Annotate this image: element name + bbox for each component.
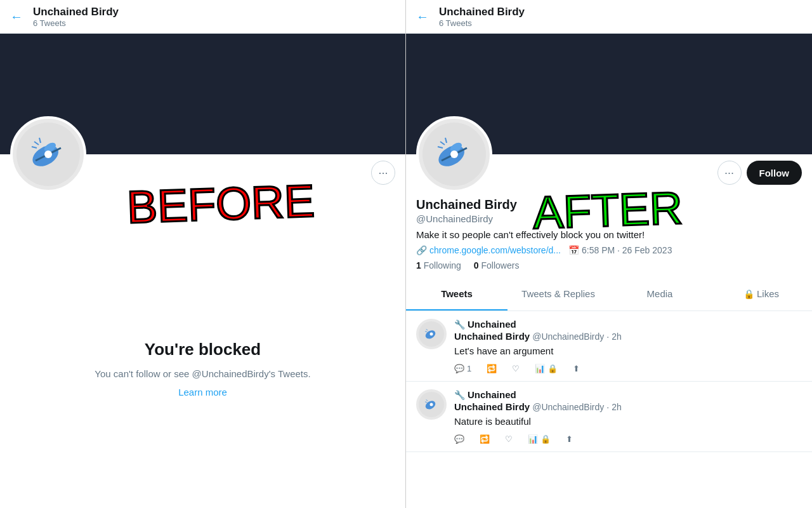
tab-media-label: Media <box>647 288 673 299</box>
reply-action-1[interactable]: 💬 1 <box>454 364 471 373</box>
back-arrow-before[interactable]: ← <box>10 10 23 24</box>
svg-point-18 <box>430 333 433 336</box>
tweet-header-1: 🔧 Unchained <box>454 319 802 330</box>
after-profile-meta: 🔗 chrome.google.com/webstore/d... 📅 6:58… <box>416 245 802 255</box>
before-header-tweets: 6 Tweets <box>33 18 119 28</box>
lock-analytics-2: 🔒 <box>540 434 551 444</box>
before-profile-area: ··· <box>0 154 405 229</box>
analytics-action-2[interactable]: 📊 🔒 <box>528 434 551 444</box>
following-count: 1 <box>416 260 421 271</box>
before-header-name: Unchained Birdy <box>33 6 119 18</box>
after-profile-bio: Make it so people can't effectively bloc… <box>416 229 802 240</box>
following-stat[interactable]: 1 Following <box>416 260 461 271</box>
tweet-list: 🔧 Unchained Unchained Birdy @UnchainedBi… <box>406 311 812 508</box>
tweet-actions-2: 💬 🔁 ♡ 📊 🔒 ⬆ <box>454 434 802 444</box>
like-icon-1: ♡ <box>512 364 520 373</box>
tweet-username-2: Unchained <box>468 389 516 400</box>
learn-more-link[interactable]: Learn more <box>178 387 227 398</box>
reply-icon-2: 💬 <box>454 434 464 444</box>
retweet-icon-1: 🔁 <box>487 364 497 373</box>
tweet-subheader-1: Unchained Birdy @UnchainedBirdy · 2h <box>454 331 802 342</box>
blocked-description: You can't follow or see @UnchainedBirdy'… <box>95 367 310 382</box>
followers-label: Followers <box>481 260 520 271</box>
share-icon-1: ⬆ <box>573 364 580 373</box>
back-arrow-after[interactable]: ← <box>416 10 429 24</box>
blocked-area: You're blocked You can't follow or see @… <box>0 229 405 508</box>
blocked-title: You're blocked <box>145 340 261 359</box>
like-action-1[interactable]: ♡ <box>512 364 520 373</box>
tweet-verified-icon-2: 🔧 <box>454 390 465 400</box>
profile-website-link[interactable]: chrome.google.com/webstore/d... <box>429 245 561 255</box>
before-header: ← Unchained Birdy 6 Tweets <box>0 0 405 34</box>
svg-point-23 <box>430 403 433 406</box>
profile-joined-date: 6:58 PM · 26 Feb 2023 <box>582 245 672 255</box>
tab-media[interactable]: Media <box>609 278 710 311</box>
after-profile-name: Unchained Birdy <box>416 197 802 212</box>
tab-tweets-label: Tweets <box>441 288 473 299</box>
tweet-row-2: 🔧 Unchained Unchained Birdy @UnchainedBi… <box>406 382 812 452</box>
tweet-text-1: Let's have an argument <box>454 344 802 358</box>
tweet-body-1: 🔧 Unchained Unchained Birdy @UnchainedBi… <box>454 319 802 373</box>
after-profile-area: ··· Follow Unchained Birdy @UnchainedBir… <box>406 154 812 278</box>
following-label: Following <box>424 260 461 271</box>
tweet-dot-2: · <box>606 402 609 412</box>
tweet-time-2: 2h <box>612 402 622 412</box>
after-header: ← Unchained Birdy 6 Tweets <box>406 0 812 34</box>
before-header-title-block: Unchained Birdy 6 Tweets <box>33 6 119 28</box>
share-action-1[interactable]: ⬆ <box>573 364 580 373</box>
tweet-username-1: Unchained <box>468 319 516 330</box>
tab-likes[interactable]: 🔒 Likes <box>710 278 812 311</box>
before-avatar <box>10 116 86 192</box>
tweet-dot-1: · <box>606 331 609 342</box>
reply-action-2[interactable]: 💬 <box>454 434 464 444</box>
share-action-2[interactable]: ⬆ <box>566 434 573 444</box>
tweet-time-1: 2h <box>612 331 622 342</box>
after-header-title-block: Unchained Birdy 6 Tweets <box>439 6 525 28</box>
follow-button[interactable]: Follow <box>747 161 802 185</box>
lock-analytics-1: 🔒 <box>547 364 558 373</box>
before-panel: ← Unchained Birdy 6 Tweets <box>0 0 406 508</box>
analytics-icon-1: 📊 <box>535 364 545 373</box>
tab-tweets-replies-label: Tweets & Replies <box>521 288 595 299</box>
more-options-button-before[interactable]: ··· <box>371 161 395 185</box>
after-avatar <box>416 116 492 192</box>
tweet-avatar-2 <box>416 389 447 420</box>
tweet-avatar-1 <box>416 319 447 349</box>
after-header-tweets: 6 Tweets <box>439 18 525 28</box>
retweet-icon-2: 🔁 <box>480 434 490 444</box>
tab-tweets-replies[interactable]: Tweets & Replies <box>508 278 609 311</box>
tweet-text-2: Nature is beautiful <box>454 415 802 428</box>
followers-stat[interactable]: 0 Followers <box>474 260 520 271</box>
tweet-fullname-2: Unchained Birdy <box>454 401 530 412</box>
like-icon-2: ♡ <box>505 434 513 444</box>
tweet-verified-icon-1: 🔧 <box>454 319 465 330</box>
analytics-action-1[interactable]: 📊 🔒 <box>535 364 558 373</box>
svg-point-12 <box>450 150 458 158</box>
tweet-row: 🔧 Unchained Unchained Birdy @UnchainedBi… <box>406 311 812 382</box>
after-panel: ← Unchained Birdy 6 Tweets <box>406 0 812 508</box>
followers-count: 0 <box>474 260 479 271</box>
profile-link-item: 🔗 chrome.google.com/webstore/d... <box>416 245 561 255</box>
more-options-button-after[interactable]: ··· <box>717 161 742 185</box>
reply-icon-1: 💬 <box>454 364 464 373</box>
link-icon: 🔗 <box>416 245 427 255</box>
share-icon-2: ⬆ <box>566 434 573 444</box>
after-profile-stats: 1 Following 0 Followers <box>416 260 802 271</box>
svg-point-4 <box>44 150 52 158</box>
reply-count-1: 1 <box>467 364 471 373</box>
tweet-header-2: 🔧 Unchained <box>454 389 802 400</box>
after-profile-handle: @UnchainedBirdy <box>416 213 802 224</box>
tweet-body-2: 🔧 Unchained Unchained Birdy @UnchainedBi… <box>454 389 802 444</box>
after-tabs: Tweets Tweets & Replies Media 🔒 Likes <box>406 278 812 311</box>
after-header-name: Unchained Birdy <box>439 6 525 18</box>
retweet-action-1[interactable]: 🔁 <box>487 364 497 373</box>
tab-tweets[interactable]: Tweets <box>406 278 508 311</box>
tweet-fullname-1: Unchained Birdy <box>454 331 530 342</box>
profile-joined-item: 📅 6:58 PM · 26 Feb 2023 <box>568 245 672 255</box>
like-action-2[interactable]: ♡ <box>505 434 513 444</box>
tweet-actions-1: 💬 1 🔁 ♡ 📊 🔒 <box>454 364 802 373</box>
retweet-action-2[interactable]: 🔁 <box>480 434 490 444</box>
tweet-handle-2: @UnchainedBirdy <box>532 402 604 412</box>
tab-likes-label: Likes <box>757 288 779 299</box>
analytics-icon-2: 📊 <box>528 434 538 444</box>
